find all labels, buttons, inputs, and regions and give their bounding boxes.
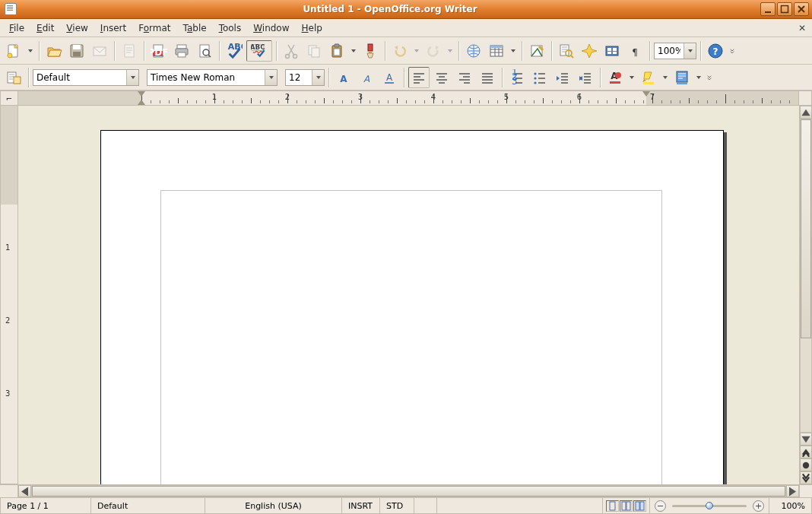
spellcheck-button[interactable]: ABC xyxy=(224,40,245,62)
bold-button[interactable]: A xyxy=(333,67,354,88)
menu-help[interactable]: Help xyxy=(296,21,328,36)
status-zoom[interactable]: 100% xyxy=(769,498,812,514)
save-button[interactable] xyxy=(66,40,87,62)
minimize-button[interactable] xyxy=(760,2,776,16)
undo-dropdown[interactable] xyxy=(412,40,421,62)
bg-color-dropdown[interactable] xyxy=(694,67,703,88)
single-page-view[interactable] xyxy=(606,500,619,512)
prev-page-button[interactable] xyxy=(800,446,812,458)
export-pdf-button[interactable]: PDF xyxy=(148,40,170,62)
format-toolbar-options[interactable] xyxy=(705,67,714,88)
hscroll-thumb[interactable] xyxy=(32,486,785,497)
find-button[interactable] xyxy=(556,40,577,62)
paste-dropdown[interactable] xyxy=(349,40,358,62)
menu-view[interactable]: View xyxy=(60,21,94,36)
next-page-button[interactable] xyxy=(800,471,812,484)
font-size-dropdown[interactable] xyxy=(312,70,324,85)
styles-button[interactable] xyxy=(3,67,24,88)
nonprinting-button[interactable]: ¶ xyxy=(624,40,645,62)
autospell-button[interactable]: ABC xyxy=(246,40,272,62)
zoom-in-button[interactable]: + xyxy=(753,500,764,512)
scroll-right-button[interactable] xyxy=(786,485,799,497)
underline-button[interactable]: A xyxy=(379,67,400,88)
scroll-left-button[interactable] xyxy=(18,485,31,497)
numbered-list-button[interactable]: 123 xyxy=(506,67,528,88)
status-language[interactable]: English (USA) xyxy=(205,498,342,514)
zoom-out-button[interactable]: − xyxy=(655,500,666,512)
preview-button[interactable] xyxy=(194,40,215,62)
cut-button[interactable] xyxy=(281,40,302,62)
font-name-dropdown[interactable] xyxy=(265,70,277,85)
vertical-scrollbar[interactable] xyxy=(799,106,812,484)
open-button[interactable] xyxy=(43,40,65,62)
zoom-combo[interactable] xyxy=(654,43,696,59)
menu-table[interactable]: Table xyxy=(177,21,213,36)
help-button[interactable]: ? xyxy=(705,40,726,62)
vscroll-track[interactable] xyxy=(800,119,812,433)
highlight-dropdown[interactable] xyxy=(661,67,670,88)
italic-button[interactable]: A xyxy=(356,67,377,88)
format-paintbrush-button[interactable] xyxy=(360,40,381,62)
font-size-combo[interactable] xyxy=(285,69,325,86)
scroll-up-button[interactable] xyxy=(800,106,812,119)
font-name-input[interactable] xyxy=(147,70,265,85)
vscroll-thumb[interactable] xyxy=(801,119,811,338)
copy-button[interactable] xyxy=(303,40,325,62)
highlight-button[interactable] xyxy=(638,67,659,88)
scroll-down-button[interactable] xyxy=(800,433,812,446)
maximize-button[interactable] xyxy=(777,2,792,16)
close-button[interactable] xyxy=(794,2,809,16)
table-dropdown[interactable] xyxy=(509,40,518,62)
new-button[interactable] xyxy=(3,40,24,62)
new-dropdown[interactable] xyxy=(26,40,35,62)
zoom-dropdown[interactable] xyxy=(684,43,696,59)
font-name-combo[interactable] xyxy=(147,69,278,86)
horizontal-scrollbar[interactable] xyxy=(0,484,812,497)
hscroll-track[interactable] xyxy=(31,485,786,497)
navigation-button[interactable] xyxy=(800,458,812,471)
bullet-list-button[interactable] xyxy=(529,67,550,88)
align-center-button[interactable] xyxy=(431,67,452,88)
paste-button[interactable] xyxy=(326,40,347,62)
edit-file-button[interactable] xyxy=(119,40,140,62)
paragraph-style-combo[interactable] xyxy=(33,69,139,86)
draw-button[interactable] xyxy=(526,40,547,62)
gallery-button[interactable] xyxy=(601,40,623,62)
align-right-button[interactable] xyxy=(454,67,475,88)
table-button[interactable] xyxy=(486,40,507,62)
zoom-slider-knob[interactable] xyxy=(706,502,713,509)
zoom-slider[interactable] xyxy=(668,498,751,513)
font-size-input[interactable] xyxy=(286,70,312,85)
book-view[interactable] xyxy=(633,500,646,512)
print-button[interactable] xyxy=(171,40,192,62)
font-color-button[interactable]: A xyxy=(604,67,626,88)
horizontal-ruler[interactable]: 1234567 xyxy=(18,90,799,106)
mail-button[interactable] xyxy=(89,40,110,62)
status-modified[interactable] xyxy=(414,498,437,514)
paragraph-style-dropdown[interactable] xyxy=(126,70,138,85)
text-area[interactable] xyxy=(160,190,662,484)
status-page[interactable]: Page 1 / 1 xyxy=(0,498,91,514)
status-insert[interactable]: INSRT xyxy=(342,498,380,514)
paragraph-style-input[interactable] xyxy=(33,70,126,85)
menu-edit[interactable]: Edit xyxy=(30,21,60,36)
align-justify-button[interactable] xyxy=(477,67,498,88)
bg-color-button[interactable] xyxy=(671,67,693,88)
menu-file[interactable]: File xyxy=(3,21,30,36)
menu-insert[interactable]: Insert xyxy=(94,21,132,36)
document-canvas[interactable] xyxy=(18,106,799,484)
zoom-input[interactable] xyxy=(655,43,684,59)
menu-window[interactable]: Window xyxy=(247,21,295,36)
align-left-button[interactable] xyxy=(408,67,430,88)
menu-tools[interactable]: Tools xyxy=(213,21,248,36)
font-color-dropdown[interactable] xyxy=(627,67,636,88)
hyperlink-button[interactable] xyxy=(463,40,484,62)
increase-indent-button[interactable] xyxy=(575,67,596,88)
decrease-indent-button[interactable] xyxy=(552,67,573,88)
multi-page-view[interactable] xyxy=(620,500,633,512)
navigator-button[interactable] xyxy=(579,40,600,62)
status-selection[interactable]: STD xyxy=(380,498,414,514)
doc-close-icon[interactable]: ✕ xyxy=(795,23,809,33)
redo-button[interactable] xyxy=(423,40,444,62)
menu-format[interactable]: Format xyxy=(132,21,176,36)
